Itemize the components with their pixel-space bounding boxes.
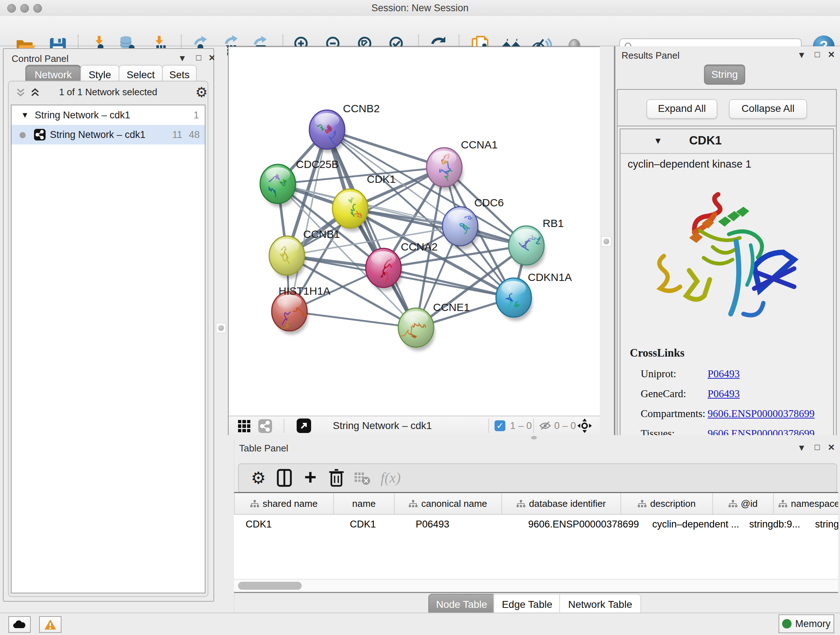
memory-button[interactable]: Memory bbox=[778, 614, 834, 633]
warning-status-button[interactable] bbox=[39, 616, 62, 633]
scrollbar-thumb[interactable] bbox=[238, 582, 302, 590]
column-label: canonical name bbox=[421, 498, 487, 509]
edge-count: 48 bbox=[189, 125, 200, 144]
detach-view-icon[interactable] bbox=[297, 418, 311, 433]
column-namespace-icon bbox=[516, 500, 525, 508]
crosslink-row: Compartments:9606.ENSP00000378699 bbox=[641, 404, 829, 424]
splitter-handle[interactable] bbox=[531, 436, 537, 440]
network-edge[interactable] bbox=[289, 311, 416, 328]
crosslink-link[interactable]: P06493 bbox=[707, 368, 740, 380]
float-panel-icon[interactable]: □ bbox=[196, 52, 202, 63]
node-label: HIST1H1A bbox=[279, 285, 330, 297]
crosslinks-title: CrossLinks bbox=[630, 347, 684, 359]
table-hscrollbar[interactable] bbox=[234, 579, 838, 592]
node-label: CCNE1 bbox=[433, 301, 470, 313]
selected-node-edge-counts: 1 – 0 bbox=[510, 416, 532, 435]
network-collection-row[interactable]: ▼ String Network – cdk1 1 bbox=[11, 105, 205, 125]
column-header--id[interactable]: @id bbox=[713, 493, 774, 514]
table-options-gear-icon[interactable]: ⚙ bbox=[248, 467, 269, 489]
control-panel-title: Control Panel bbox=[11, 53, 69, 65]
column-label: description bbox=[650, 498, 696, 509]
show-columns-icon[interactable] bbox=[273, 467, 295, 489]
collection-count: 1 bbox=[194, 105, 199, 125]
section-collapse-icon[interactable]: ▼ bbox=[654, 136, 662, 146]
birds-eye-view-icon[interactable] bbox=[576, 418, 592, 434]
crosslink-label: Compartments: bbox=[641, 408, 707, 420]
hidden-node-edge-counts: 0 – 0 bbox=[554, 416, 576, 435]
horizontal-splitter[interactable] bbox=[228, 435, 840, 440]
table-header-row: shared namenamecanonical namedatabase id… bbox=[234, 493, 838, 515]
network-row[interactable]: String Network – cdk1 11 48 bbox=[11, 125, 205, 144]
gene-name: CDK1 bbox=[689, 134, 722, 147]
column-header-shared-name[interactable]: shared name bbox=[235, 493, 334, 514]
string-network-icon bbox=[34, 129, 46, 141]
column-namespace-icon bbox=[638, 500, 646, 508]
table-cell: CDK1 bbox=[344, 515, 410, 534]
column-label: name bbox=[352, 498, 376, 509]
results-buttons-row: Expand All Collapse All bbox=[617, 90, 836, 126]
column-label: @id bbox=[741, 498, 758, 509]
column-header-database-identifier[interactable]: database identifier bbox=[502, 493, 621, 514]
gene-section-header[interactable]: ▼ CDK1 bbox=[621, 129, 833, 154]
column-header-canonical-name[interactable]: canonical name bbox=[395, 493, 502, 514]
delete-table-icon bbox=[353, 467, 371, 489]
node-label: CCNB1 bbox=[303, 228, 340, 240]
table-cell: stringdb bbox=[809, 515, 838, 534]
column-namespace-icon bbox=[778, 500, 787, 508]
network-selection-status: 1 of 1 Network selected bbox=[9, 87, 208, 98]
splitter-handle[interactable] bbox=[601, 236, 611, 247]
node-label: CCNA2 bbox=[401, 241, 438, 253]
gene-section: ▼ CDK1 cyclin–dependent kinase 1 bbox=[620, 128, 834, 484]
network-options-gear-icon[interactable]: ⚙ bbox=[195, 84, 208, 100]
cloud-status-button[interactable] bbox=[8, 616, 31, 633]
tab-string[interactable]: String bbox=[704, 65, 745, 85]
network-edge[interactable] bbox=[289, 130, 327, 311]
network-canvas[interactable]: CCNB2CCNA1CDC25BCDK1CDC6RB1CCNB1CCNA2CDK… bbox=[229, 47, 600, 416]
delete-column-icon[interactable] bbox=[325, 467, 347, 489]
node-table: shared namenamecanonical namedatabase id… bbox=[234, 492, 838, 593]
column-header-description[interactable]: description bbox=[621, 493, 713, 514]
table-cell: stringdb:9... bbox=[744, 515, 809, 534]
create-column-icon[interactable]: + bbox=[300, 467, 321, 489]
collapse-panel-icon[interactable]: ▼ bbox=[797, 443, 806, 453]
crosslink-row: Uniprot:P06493 bbox=[641, 364, 829, 384]
right-splitter[interactable] bbox=[600, 46, 614, 435]
network-edge[interactable] bbox=[327, 130, 416, 328]
collapse-panel-icon[interactable]: ▼ bbox=[797, 50, 806, 60]
collapse-panel-icon[interactable]: ▼ bbox=[178, 53, 187, 63]
table-row[interactable]: CDK1CDK1P064939606.ENSP00000378699cyclin… bbox=[234, 515, 838, 534]
crosslink-link[interactable]: P06493 bbox=[707, 388, 740, 400]
table-toolbar: ⚙ + f(x) bbox=[238, 463, 837, 493]
hidden-eye-icon[interactable] bbox=[539, 421, 551, 431]
memory-label: Memory bbox=[795, 618, 831, 630]
gene-description: cyclin–dependent kinase 1 bbox=[628, 158, 752, 170]
collapse-all-button[interactable]: Collapse All bbox=[729, 99, 807, 119]
selected-checkbox-icon[interactable]: ✓ bbox=[494, 420, 505, 431]
node-label: CDC6 bbox=[474, 196, 504, 209]
grid-view-icon[interactable] bbox=[238, 420, 250, 432]
toolbar-separator bbox=[488, 418, 489, 433]
splitter-handle[interactable] bbox=[216, 323, 226, 333]
column-header-name[interactable]: name bbox=[334, 493, 395, 514]
network-label: String Network – cdk1 bbox=[50, 125, 145, 144]
network-tree: ▼ String Network – cdk1 1 String Network… bbox=[11, 105, 205, 593]
network-share-view-icon[interactable] bbox=[258, 419, 272, 433]
tree-expand-icon[interactable]: ▼ bbox=[21, 105, 29, 125]
cloud-icon bbox=[12, 619, 27, 630]
column-header-namespace[interactable]: namespace bbox=[774, 493, 838, 514]
network-list-header: 1 of 1 Network selected ⚙ bbox=[9, 81, 208, 104]
toolbar-separator bbox=[533, 418, 534, 433]
column-namespace-icon bbox=[250, 500, 259, 508]
results-panel-title: Results Panel bbox=[622, 50, 679, 61]
close-panel-icon[interactable]: ✕ bbox=[828, 442, 835, 453]
float-panel-icon[interactable]: □ bbox=[815, 442, 820, 452]
left-splitter[interactable] bbox=[214, 46, 227, 435]
float-panel-icon[interactable]: □ bbox=[815, 49, 820, 59]
table-cell: P06493 bbox=[410, 515, 523, 534]
table-panel-title: Table Panel bbox=[239, 443, 288, 454]
close-panel-icon[interactable]: ✕ bbox=[828, 50, 835, 60]
crosslink-link[interactable]: 9606.ENSP00000378699 bbox=[707, 408, 815, 420]
column-namespace-icon bbox=[409, 500, 417, 508]
table-cell: 9606.ENSP00000378699 bbox=[523, 515, 646, 534]
expand-all-button[interactable]: Expand All bbox=[646, 99, 717, 119]
